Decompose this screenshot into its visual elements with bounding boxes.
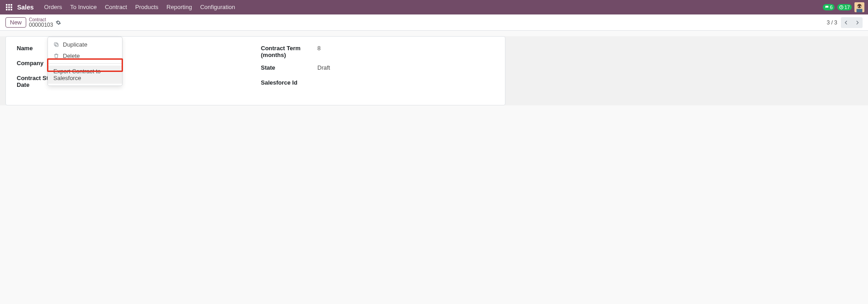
svg-point-13 bbox=[858, 6, 859, 7]
label-state: State bbox=[261, 64, 317, 71]
avatar-icon bbox=[854, 2, 864, 12]
pager-next-button[interactable] bbox=[852, 17, 863, 28]
value-state[interactable]: Draft bbox=[317, 64, 330, 71]
chevron-right-icon bbox=[855, 20, 859, 25]
gear-button[interactable] bbox=[56, 20, 61, 25]
breadcrumb-current: 00000103 bbox=[29, 22, 53, 28]
chevron-left-icon bbox=[844, 20, 849, 25]
menu-orders[interactable]: Orders bbox=[40, 0, 66, 14]
form-sheet: Duplicate Delete Export Contract to Sale… bbox=[5, 36, 505, 105]
chat-button[interactable]: 6 bbox=[823, 4, 835, 10]
svg-rect-0 bbox=[6, 4, 8, 6]
gear-icon bbox=[56, 20, 61, 25]
menu-contract[interactable]: Contract bbox=[101, 0, 131, 14]
svg-rect-5 bbox=[11, 6, 13, 8]
menu-products[interactable]: Products bbox=[131, 0, 162, 14]
breadcrumb: Contract 00000103 bbox=[29, 18, 53, 28]
pager-buttons bbox=[841, 17, 863, 28]
dropdown-divider bbox=[48, 63, 122, 64]
nav-right: 6 17 bbox=[823, 2, 864, 12]
activity-button[interactable]: 17 bbox=[837, 4, 852, 10]
svg-rect-16 bbox=[54, 43, 57, 46]
svg-rect-7 bbox=[8, 9, 10, 11]
top-navbar: Sales Orders To Invoice Contract Product… bbox=[0, 0, 868, 14]
control-panel-left: New Contract 00000103 bbox=[5, 17, 61, 28]
nav-left: Sales Orders To Invoice Contract Product… bbox=[4, 0, 239, 14]
control-panel-right: 3 / 3 bbox=[827, 17, 863, 28]
form-background: Duplicate Delete Export Contract to Sale… bbox=[0, 36, 868, 105]
new-button[interactable]: New bbox=[5, 17, 26, 28]
field-salesforce-id: Salesforce Id bbox=[261, 79, 494, 88]
svg-rect-4 bbox=[8, 6, 10, 8]
field-contract-term: Contract Term (months) 8 bbox=[261, 45, 494, 58]
pager-text: 3 / 3 bbox=[827, 19, 837, 26]
svg-rect-8 bbox=[11, 9, 13, 11]
form-column-right: Contract Term (months) 8 State Draft Sal… bbox=[261, 45, 494, 94]
svg-rect-2 bbox=[11, 4, 13, 6]
svg-point-14 bbox=[860, 6, 861, 7]
control-panel: New Contract 00000103 3 / 3 bbox=[0, 14, 868, 31]
menu-to-invoice[interactable]: To Invoice bbox=[66, 0, 101, 14]
dropdown-item-label: Delete bbox=[63, 52, 80, 59]
user-avatar[interactable] bbox=[854, 2, 864, 12]
activity-count: 17 bbox=[844, 5, 850, 10]
trash-icon bbox=[53, 53, 59, 59]
duplicate-icon bbox=[53, 42, 59, 48]
clock-icon bbox=[839, 5, 844, 10]
dropdown-item-duplicate[interactable]: Duplicate bbox=[48, 39, 122, 50]
field-state: State Draft bbox=[261, 64, 494, 73]
breadcrumb-parent[interactable]: Contract bbox=[29, 18, 53, 22]
chat-count: 6 bbox=[830, 5, 833, 10]
menu-configuration[interactable]: Configuration bbox=[196, 0, 239, 14]
dropdown-item-export-salesforce[interactable]: Export Contract to Salesforce bbox=[48, 66, 122, 84]
value-contract-term[interactable]: 8 bbox=[317, 45, 321, 52]
svg-rect-6 bbox=[6, 9, 8, 11]
action-dropdown-menu: Duplicate Delete Export Contract to Sale… bbox=[47, 37, 123, 86]
dropdown-item-label: Export Contract to Salesforce bbox=[53, 68, 117, 81]
chat-icon bbox=[825, 5, 829, 10]
svg-rect-15 bbox=[55, 43, 58, 47]
label-salesforce-id: Salesforce Id bbox=[261, 79, 317, 86]
dropdown-item-delete[interactable]: Delete bbox=[48, 50, 122, 62]
pager-prev-button[interactable] bbox=[841, 17, 852, 28]
svg-rect-3 bbox=[6, 6, 8, 8]
svg-rect-1 bbox=[8, 4, 10, 6]
menu-reporting[interactable]: Reporting bbox=[162, 0, 196, 14]
dropdown-item-label: Duplicate bbox=[63, 41, 87, 48]
brand-name[interactable]: Sales bbox=[17, 4, 34, 11]
apps-icon[interactable] bbox=[4, 2, 14, 13]
svg-rect-12 bbox=[857, 9, 863, 12]
label-contract-term: Contract Term (months) bbox=[261, 45, 317, 58]
